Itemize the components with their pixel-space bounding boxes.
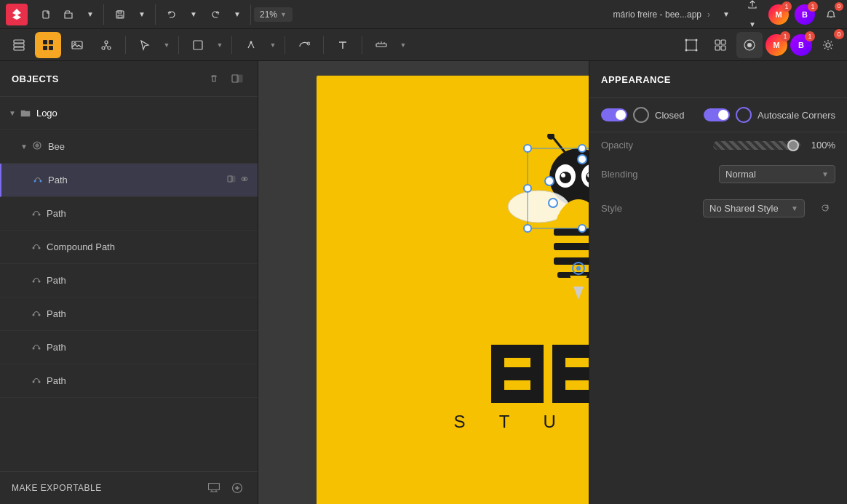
svg-rect-6 [14, 47, 24, 50]
logo-label: Logo [36, 108, 249, 119]
text-tool[interactable] [330, 32, 356, 58]
letter-e1 [552, 345, 589, 403]
smart-layout-button[interactable] [707, 32, 733, 58]
svg-rect-20 [686, 40, 696, 50]
make-exportable-label: MAKE EXPORTABLE [12, 483, 102, 493]
shape-tool[interactable] [185, 32, 211, 58]
save-button[interactable] [110, 4, 130, 25]
pages-button[interactable] [35, 32, 61, 58]
svg-rect-8 [49, 40, 53, 44]
layers-button[interactable] [6, 32, 32, 58]
path1-eye-btn[interactable] [240, 175, 249, 185]
shape-dropdown[interactable]: ▼ [214, 32, 226, 58]
svg-point-52 [33, 380, 35, 383]
svg-point-63 [578, 225, 586, 232]
images-button[interactable] [64, 32, 90, 58]
objects-panel-actions [205, 70, 246, 87]
undo-dropdown[interactable]: ▼ [183, 4, 204, 25]
opacity-section: Opacity 100% [589, 132, 847, 158]
closed-label: Closed [655, 110, 684, 121]
tree-item-path1[interactable]: Path [0, 164, 258, 197]
svg-rect-33 [236, 75, 242, 82]
upload-dropdown[interactable]: ▼ [742, 15, 763, 35]
second-toolbar: ▼ ▼ ▼ ▼ M 1 B 1 [0, 29, 847, 61]
svg-point-67 [578, 155, 586, 164]
pen-tool[interactable] [238, 32, 264, 58]
delete-layer-button[interactable] [205, 70, 223, 87]
toolbar-sep-5 [323, 36, 324, 54]
app-dropdown[interactable]: ▼ [716, 4, 736, 25]
opacity-slider[interactable] [713, 141, 800, 150]
bee-canvas: Lorem Ipsum [317, 76, 589, 504]
objects-panel: OBJECTS ▼ Logo ▼ [0, 61, 258, 504]
style-label: Style [601, 203, 622, 214]
opacity-label: Opacity [601, 140, 633, 151]
measure-tool[interactable] [368, 32, 394, 58]
path4-label: Path [47, 308, 249, 319]
closed-toggle-item: Closed [601, 107, 684, 123]
svg-rect-99 [530, 367, 544, 403]
tree-item-bee[interactable]: ▼ Bee [0, 130, 258, 164]
zoom-control[interactable]: 21% ▼ [254, 7, 293, 22]
app-logo[interactable] [6, 4, 28, 25]
svg-point-89 [576, 266, 581, 271]
svg-point-14 [102, 47, 105, 49]
mask-button[interactable] [228, 70, 246, 87]
history-tools: ▼ ▼ [159, 4, 251, 25]
path1-mask-btn[interactable] [227, 175, 236, 185]
toolbar-sep-6 [362, 36, 362, 54]
svg-point-45 [39, 247, 41, 249]
pen-dropdown[interactable]: ▼ [267, 32, 279, 58]
undo-button[interactable] [162, 4, 182, 25]
svg-point-30 [747, 43, 752, 47]
path2-icon [32, 208, 41, 220]
select-tool[interactable] [132, 32, 158, 58]
svg-rect-83 [554, 243, 589, 250]
redo-dropdown[interactable]: ▼ [227, 4, 247, 25]
tree-item-logo[interactable]: ▼ Logo [0, 97, 258, 130]
opacity-row: Opacity 100% [601, 132, 835, 158]
toggle-row: Closed Autoscale Corners [601, 107, 835, 123]
autoscale-toggle[interactable] [704, 108, 730, 121]
style-dropdown[interactable]: No Shared Style ▼ [703, 199, 805, 217]
tree-item-path3[interactable]: Path [0, 264, 258, 297]
style-refresh-button[interactable] [815, 198, 835, 218]
closed-circle[interactable] [633, 107, 649, 123]
components-button[interactable] [93, 32, 119, 58]
open-file-button[interactable] [58, 4, 79, 25]
add-export-button[interactable] [228, 479, 246, 497]
export-format-button[interactable] [205, 479, 223, 497]
blending-dropdown[interactable]: Normal ▼ [719, 165, 835, 183]
blending-section: Blending Normal ▼ [589, 158, 847, 191]
tree-item-path5[interactable]: Path [0, 331, 258, 364]
tree-item-path4[interactable]: Path [0, 297, 258, 331]
svg-point-22 [696, 39, 698, 41]
measure-dropdown[interactable]: ▼ [397, 32, 409, 58]
svg-point-21 [685, 39, 688, 41]
upload-button[interactable] [742, 0, 763, 15]
opacity-value: 100% [806, 140, 835, 151]
svg-rect-3 [118, 11, 122, 13]
svg-rect-39 [231, 176, 235, 182]
tree-item-path6[interactable]: Path [0, 364, 258, 398]
smooth-tool[interactable] [291, 32, 317, 58]
transform-button[interactable] [678, 32, 704, 58]
svg-point-48 [33, 313, 35, 316]
main-area: OBJECTS ▼ Logo ▼ [0, 61, 847, 504]
toolbar-sep-2 [178, 36, 179, 54]
autoscale-circle[interactable] [736, 107, 752, 123]
file-dropdown-button[interactable]: ▼ [80, 4, 100, 25]
objects-panel-title: OBJECTS [12, 73, 59, 84]
prototype-button[interactable] [736, 32, 763, 58]
canvas-area[interactable]: Lorem Ipsum [258, 61, 589, 504]
select-dropdown[interactable]: ▼ [161, 32, 172, 58]
export-avatar-container: ▼ [742, 0, 763, 35]
tree-item-path2[interactable]: Path [0, 197, 258, 231]
svg-point-50 [33, 347, 35, 349]
new-file-button[interactable] [36, 4, 57, 25]
redo-button[interactable] [205, 4, 226, 25]
tree-item-compound[interactable]: Compound Path [0, 231, 258, 264]
save-dropdown[interactable]: ▼ [132, 4, 152, 25]
avatar2-toolbar-badge: 1 [805, 31, 815, 41]
closed-toggle[interactable] [601, 108, 627, 121]
